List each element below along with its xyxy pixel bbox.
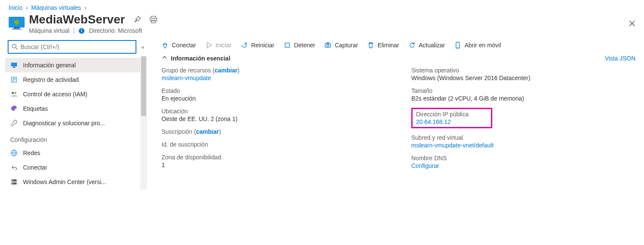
sidebar-item-iam[interactable]: Control de acceso (IAM) [5,87,147,101]
svg-rect-21 [285,43,289,47]
dns-value[interactable]: Configurar [411,162,635,169]
sidebar-item-label: Diagnosticar y solucionar pro... [23,120,105,127]
start-button: Iniciar [205,42,231,49]
stop-icon [284,42,291,49]
svg-point-13 [12,92,14,94]
capture-button[interactable]: Capturar [324,42,358,49]
sidebar-item-label: Conectar [23,164,47,171]
search-input[interactable] [20,43,132,50]
sidebar-item-connect[interactable]: Conectar [5,160,147,175]
os-label: Sistema operativo [411,67,635,74]
size-label: Tamaño [411,87,635,94]
info-icon[interactable]: i [78,28,85,34]
sidebar-item-diagnose[interactable]: Diagnosticar y solucionar pro... [5,116,147,130]
sub-label: Suscripción (cambiar) [162,128,386,135]
sidebar-item-tags[interactable]: Etiquetas [5,101,147,116]
vnet-label: Subred y red virtual [411,134,635,141]
open-mobile-button[interactable]: Abrir en móvil [454,42,501,49]
pin-icon[interactable] [133,16,141,23]
trash-icon [367,42,374,49]
sidebar-item-label: Windows Admin Center (versi... [23,179,106,185]
rg-value[interactable]: mslearn-vmupdate [162,75,386,81]
json-view-link[interactable]: Vista JSON [605,55,635,62]
content: Conectar Iniciar Reiniciar Detener Captu… [147,37,644,189]
mobile-icon [454,42,461,49]
breadcrumb: Inicio › Máquinas virtuales › [0,0,644,13]
sidebar-item-label: Control de acceso (IAM) [23,91,87,98]
sidebar-item-label: Registro de actividad [23,76,79,83]
chevron-up-icon[interactable] [162,55,167,62]
delete-button[interactable]: Eliminar [367,42,399,49]
svg-rect-4 [151,16,156,18]
location-label: Ubicación [162,108,386,115]
location-value: Oeste de EE. UU. 2 (zona 1) [162,115,386,122]
restart-button[interactable]: Reiniciar [241,42,274,49]
scrollbar[interactable] [140,56,147,189]
capture-icon [324,42,331,49]
size-value: B2s estándar (2 vCPU, 4 GiB de memoria) [411,95,635,102]
rg-label: Grupo de recursos (cambiar) [162,67,386,74]
zone-label: Zona de disponibilidad [162,154,386,161]
svg-text:i: i [81,29,82,33]
svg-point-9 [12,44,16,48]
svg-point-14 [14,92,17,94]
svg-rect-18 [12,182,17,184]
svg-rect-1 [14,27,20,29]
restart-icon [241,42,248,49]
breadcrumb-home[interactable]: Inicio [9,4,23,11]
sidebar: « Información general Registro de activi… [0,37,147,189]
sidebar-item-wac[interactable]: Windows Admin Center (versi... [5,175,147,189]
ip-label: Dirección IP pública [416,111,488,118]
status-value: En ejecución [162,95,386,102]
collapse-icon[interactable]: « [142,44,144,50]
chevron-right-icon: › [26,4,28,11]
svg-rect-2 [12,29,21,30]
close-icon[interactable] [629,20,635,27]
sidebar-item-overview[interactable]: Información general [5,58,147,72]
activity-log-icon [10,76,18,84]
wrench-icon [10,119,18,127]
sub-change-link[interactable]: cambiar [196,128,219,135]
connect-icon [10,164,18,171]
sidebar-item-activity[interactable]: Registro de actividad [5,72,147,87]
stop-button[interactable]: Detener [284,42,315,49]
ip-value[interactable]: 20.64.168.12 [416,118,488,125]
svg-point-19 [12,180,13,181]
svg-rect-11 [13,67,15,68]
svg-point-23 [327,44,329,46]
globe-icon [10,149,18,157]
search-input-wrap[interactable] [8,40,136,54]
dns-label: Nombre DNS [411,155,635,161]
search-icon [12,44,18,50]
essentials-header: Información esencial Vista JSON [162,55,635,67]
sidebar-section-config: Configuración [5,130,147,146]
sidebar-item-networking[interactable]: Redes [5,146,147,160]
sidebar-item-label: Información general [23,62,76,69]
toolbar: Conectar Iniciar Reiniciar Detener Captu… [162,37,635,55]
play-icon [205,42,212,49]
svg-rect-6 [152,20,156,23]
connect-button[interactable]: Conectar [162,42,196,49]
vnet-value[interactable]: mslearn-vmupdate-vnet/default [411,142,635,149]
rg-change-link[interactable]: cambiar [215,67,238,74]
vm-icon [9,16,25,31]
tag-icon [10,105,18,112]
refresh-button[interactable]: Actualizar [409,42,445,49]
print-icon[interactable] [150,16,157,23]
iam-icon [10,90,18,98]
resource-type: Máquina virtual [29,27,69,34]
svg-rect-10 [11,63,17,66]
sidebar-item-label: Etiquetas [23,105,48,112]
subid-label: Id. de suscripción [162,141,386,148]
svg-point-20 [12,183,13,184]
svg-point-25 [457,47,458,48]
zone-value: 1 [162,161,386,168]
monitor-icon [10,61,18,69]
svg-rect-17 [12,179,17,182]
public-ip-highlight: Dirección IP pública 20.64.168.12 [411,108,492,128]
essentials-title: Información esencial [171,55,230,62]
os-value: Windows (Windows Server 2016 Datacenter) [411,75,635,81]
plug-icon [162,42,168,49]
breadcrumb-vms[interactable]: Máquinas virtuales [31,4,81,11]
sidebar-item-label: Redes [23,150,40,156]
